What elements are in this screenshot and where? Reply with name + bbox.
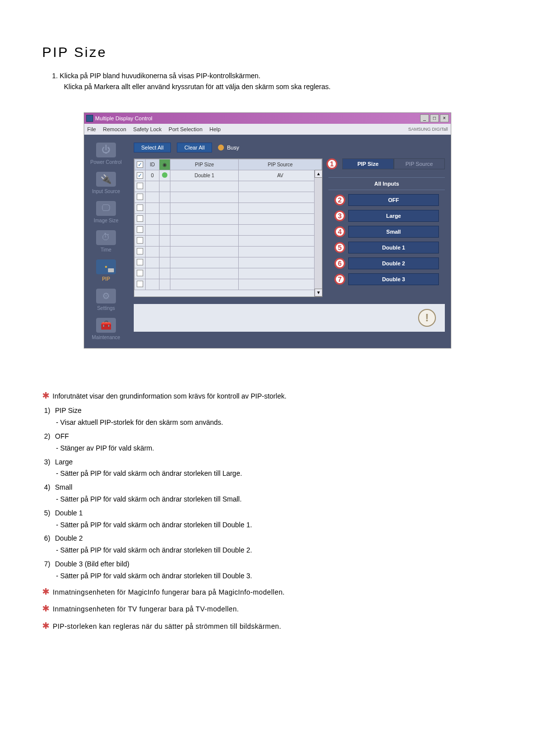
row-checkbox[interactable] <box>137 270 143 276</box>
sidebar-item-maintenance[interactable]: 🧰 Maintenance <box>86 316 126 342</box>
row-checkbox[interactable] <box>137 194 143 200</box>
row-checkbox-0[interactable] <box>137 172 143 179</box>
all-inputs-label: All Inputs <box>328 177 445 190</box>
clear-all-button[interactable]: Clear All <box>177 143 212 152</box>
sidebar-item-input[interactable]: 🔌 Input Source <box>86 170 126 196</box>
sidebar-item-pip[interactable]: PIP <box>86 257 126 284</box>
marker-3: 3 <box>334 210 345 221</box>
table-row[interactable]: 0 Double 1 AV <box>135 170 322 181</box>
select-all-button[interactable]: Select All <box>134 143 171 152</box>
window-title: Multiple Display Control <box>95 115 153 121</box>
sidebar-item-image[interactable]: 🖵 Image Size <box>86 199 126 225</box>
power-icon: ⏻ <box>96 143 116 157</box>
table-row[interactable] <box>135 213 322 224</box>
table-row[interactable] <box>135 181 322 192</box>
row-checkbox[interactable] <box>137 215 143 222</box>
app-window: Multiple Display Control _ □ × File Remo… <box>84 112 451 349</box>
col-id[interactable]: ID <box>146 159 160 170</box>
def-head-2: OFF <box>55 432 69 440</box>
def-num-4: 4) <box>44 482 55 494</box>
sidebar-label-maint: Maintenance <box>92 335 120 340</box>
scroll-down-button[interactable]: ▼ <box>315 289 322 297</box>
maintenance-icon: 🧰 <box>96 318 116 333</box>
option-double3-button[interactable]: Double 3 <box>348 273 439 285</box>
def-num-3: 3) <box>44 456 55 468</box>
marker-2: 2 <box>334 195 345 205</box>
def-num-7: 7) <box>44 558 55 570</box>
def-head-7: Double 3 (Bild efter bild) <box>55 560 129 568</box>
def-num-2: 2) <box>44 431 55 443</box>
table-row[interactable] <box>135 268 322 279</box>
option-large-button[interactable]: Large <box>348 210 439 222</box>
notes-section: ✱Inforutnätet visar den grundinformation… <box>42 388 493 634</box>
note-power: PIP-storleken kan regleras när du sätter… <box>53 622 281 630</box>
table-row[interactable] <box>135 202 322 213</box>
close-button[interactable]: × <box>440 114 449 122</box>
cell-size-0: Double 1 <box>170 170 239 181</box>
row-checkbox[interactable] <box>137 226 143 233</box>
data-grid[interactable]: ID ◉ PIP Size PIP Source 0 Double 1 AV <box>134 158 322 297</box>
def-text-7: - Sätter på PIP för vald skärm och ändra… <box>56 570 493 582</box>
col-pip-source[interactable]: PIP Source <box>239 159 322 170</box>
def-text-2: - Stänger av PIP för vald skärm. <box>56 443 493 454</box>
col-pip-size[interactable]: PIP Size <box>170 159 239 170</box>
option-small-button[interactable]: Small <box>348 226 439 238</box>
menu-safety[interactable]: Safety Lock <box>133 126 161 132</box>
def-head-6: Double 2 <box>55 534 83 542</box>
tab-pip-size[interactable]: PIP Size <box>342 158 394 169</box>
row-checkbox[interactable] <box>137 248 143 254</box>
sidebar-label-time: Time <box>101 247 111 252</box>
toolbar: Select All Clear All Busy <box>134 143 445 152</box>
marker-7: 7 <box>334 274 345 285</box>
def-text-5: - Sätter på PIP för vald skärm och ändra… <box>56 519 493 531</box>
star-icon: ✱ <box>42 391 50 401</box>
row-checkbox[interactable] <box>137 259 143 265</box>
option-double1-button[interactable]: Double 1 <box>348 242 439 253</box>
cell-source-0: AV <box>239 170 322 181</box>
row-checkbox[interactable] <box>137 183 143 189</box>
menu-help[interactable]: Help <box>210 126 221 132</box>
sidebar: ⏻ Power Control 🔌 Input Source 🖵 Image S… <box>84 135 128 348</box>
row-checkbox[interactable] <box>137 237 143 244</box>
sidebar-item-settings[interactable]: ⚙ Settings <box>86 287 126 313</box>
sidebar-item-power[interactable]: ⏻ Power Control <box>86 141 126 167</box>
note-magicinfo: Inmatningsenheten för MagicInfo fungerar… <box>53 588 284 596</box>
star-icon: ✱ <box>42 604 50 613</box>
table-row[interactable] <box>135 257 322 268</box>
def-num-5: 5) <box>44 507 55 519</box>
marker-5: 5 <box>334 242 345 253</box>
sidebar-item-time[interactable]: ⏱ Time <box>86 228 126 254</box>
app-icon <box>86 115 93 122</box>
sidebar-label-power: Power Control <box>90 159 121 165</box>
table-row[interactable] <box>135 246 322 257</box>
col-status[interactable]: ◉ <box>160 159 170 170</box>
star-icon: ✱ <box>42 587 50 597</box>
input-icon: 🔌 <box>96 172 116 187</box>
sidebar-label-pip: PIP <box>102 276 110 282</box>
page-title: PIP Size <box>42 45 493 60</box>
minimize-button[interactable]: _ <box>420 114 429 122</box>
tab-pip-source[interactable]: PIP Source <box>394 158 445 169</box>
table-row[interactable] <box>135 192 322 202</box>
table-row[interactable] <box>135 279 322 290</box>
cell-id-0: 0 <box>146 170 160 181</box>
table-row[interactable] <box>135 224 322 235</box>
scrollbar[interactable]: ▲ ▼ <box>314 170 322 297</box>
menu-remocon[interactable]: Remocon <box>103 126 126 132</box>
row-checkbox[interactable] <box>137 281 143 287</box>
row-checkbox[interactable] <box>137 204 143 211</box>
maximize-button[interactable]: □ <box>430 114 439 122</box>
def-text-1: - Visar aktuell PIP-storlek för den skär… <box>56 417 493 429</box>
header-checkbox[interactable] <box>137 161 143 168</box>
table-row[interactable] <box>135 235 322 246</box>
marker-6: 6 <box>334 258 345 269</box>
def-head-1: PIP Size <box>55 406 81 414</box>
option-off-button[interactable]: OFF <box>348 194 439 206</box>
scroll-up-button[interactable]: ▲ <box>315 170 322 178</box>
menu-file[interactable]: File <box>87 126 96 132</box>
menu-port[interactable]: Port Selection <box>168 126 202 132</box>
option-double2-button[interactable]: Double 2 <box>348 257 439 269</box>
star-icon: ✱ <box>42 621 50 631</box>
def-text-4: - Sätter på PIP för vald skärm och ändra… <box>56 494 493 505</box>
right-pane: 1 PIP Size PIP Source All Inputs 2 OFF 3… <box>328 158 445 297</box>
